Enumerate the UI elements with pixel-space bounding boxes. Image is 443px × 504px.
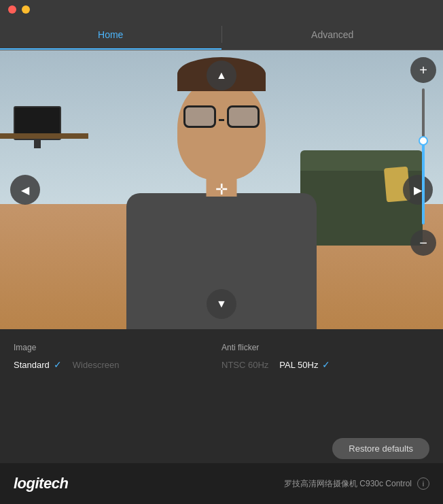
zoom-slider-fill (422, 143, 425, 224)
info-icon-label: i (423, 480, 424, 488)
pan-left-icon: ◀ (21, 184, 29, 197)
settings-row: Image Standard ✓ Widescreen Anti flicker… (14, 343, 429, 370)
pal-label: PAL 50Hz (279, 360, 318, 370)
close-button[interactable] (8, 5, 16, 14)
widescreen-label: Widescreen (73, 360, 120, 370)
pan-center-button[interactable]: ✛ (209, 178, 234, 202)
zoom-in-button[interactable]: + (410, 57, 436, 83)
pan-up-icon: ▲ (216, 69, 227, 82)
ntsc-label: NTSC 60Hz (222, 360, 268, 370)
title-bar (0, 0, 443, 19)
pan-up-button[interactable]: ▲ (207, 61, 236, 90)
zoom-controls: + − (410, 57, 436, 256)
pan-down-icon: ▼ (216, 298, 227, 310)
pan-center-icon: ✛ (215, 181, 228, 199)
restore-defaults-button[interactable]: Restore defaults (332, 438, 429, 459)
image-label: Image (14, 343, 222, 352)
glasses-bridge (219, 119, 224, 121)
standard-check-icon: ✓ (54, 359, 62, 370)
flicker-option-pal[interactable]: PAL 50Hz ✓ (279, 359, 330, 370)
footer: logitech 罗技高清网络摄像机 C930c Control i (0, 463, 443, 504)
image-option-widescreen[interactable]: Widescreen (73, 360, 120, 370)
antiflicker-options: NTSC 60Hz PAL 50Hz ✓ (222, 359, 429, 370)
minimize-button[interactable] (22, 5, 30, 14)
image-option-standard[interactable]: Standard ✓ (14, 359, 62, 370)
pal-check-icon: ✓ (322, 359, 330, 370)
glasses-right-lens (227, 105, 260, 128)
logitech-logo: logitech (14, 475, 68, 492)
antiflicker-label: Anti flicker (222, 343, 429, 352)
restore-defaults-label: Restore defaults (349, 443, 413, 454)
standard-label: Standard (14, 360, 50, 370)
zoom-out-button[interactable]: − (410, 230, 436, 256)
pan-left-button[interactable]: ◀ (10, 175, 40, 205)
settings-panel: Image Standard ✓ Widescreen Anti flicker… (0, 329, 443, 424)
restore-btn-container: Restore defaults (0, 424, 443, 466)
tab-advanced[interactable]: Advanced (222, 19, 444, 50)
glasses (181, 105, 262, 129)
tab-advanced-label: Advanced (311, 29, 353, 40)
antiflicker-settings: Anti flicker NTSC 60Hz PAL 50Hz ✓ (222, 343, 429, 370)
glasses-left-lens (183, 105, 216, 128)
footer-right: 罗技高清网络摄像机 C930c Control i (284, 477, 429, 490)
desk-top (0, 133, 88, 139)
tab-bar: Home Advanced (0, 19, 443, 50)
flicker-option-ntsc[interactable]: NTSC 60Hz (222, 360, 268, 370)
person-head (177, 78, 266, 180)
image-settings: Image Standard ✓ Widescreen (14, 343, 222, 370)
tab-home[interactable]: Home (0, 19, 222, 50)
zoom-out-icon: − (419, 235, 427, 251)
pan-down-button[interactable]: ▼ (207, 289, 236, 319)
zoom-slider-track[interactable] (422, 88, 425, 224)
tab-home-label: Home (98, 29, 123, 40)
zoom-in-icon: + (419, 63, 427, 78)
window-controls (8, 5, 30, 14)
image-options: Standard ✓ Widescreen (14, 359, 222, 370)
camera-viewport: ▲ ▼ ◀ ▶ ✛ + − (0, 50, 443, 329)
desk-area (0, 106, 95, 242)
monitor-stand (34, 140, 41, 148)
zoom-slider-thumb[interactable] (419, 136, 428, 146)
info-icon[interactable]: i (417, 477, 429, 490)
device-name: 罗技高清网络摄像机 C930c Control (284, 478, 412, 490)
